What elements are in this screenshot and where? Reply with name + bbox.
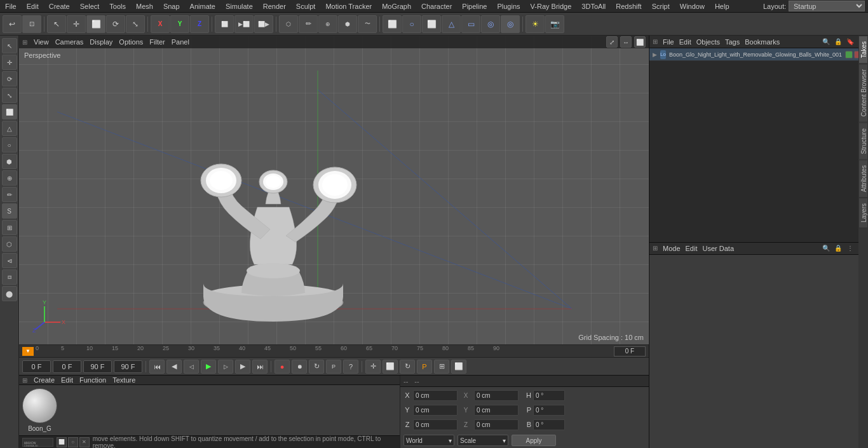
status-icon-2[interactable]: ○ [68, 437, 78, 447]
menu-snap[interactable]: Snap [158, 1, 185, 11]
viewport-options-menu[interactable]: Options [119, 38, 143, 46]
layout-dropdown[interactable]: Startup [789, 1, 865, 11]
disc-button[interactable]: ◎ [501, 15, 520, 33]
help-button[interactable]: ? [343, 360, 358, 374]
menu-select[interactable]: Select [75, 1, 105, 11]
sidebar-btn-5[interactable]: ⬜ [2, 104, 17, 119]
render-view-small-button[interactable]: ⬜ [451, 360, 466, 374]
menu-window[interactable]: Window [675, 1, 710, 11]
object-dot-green[interactable] [845, 51, 853, 58]
viewport-icon-camera[interactable]: ↔ [620, 36, 632, 48]
sidebar-btn-6[interactable]: △ [2, 121, 17, 136]
attrs-userdata-menu[interactable]: User Data [703, 245, 735, 252]
viewport-display-menu[interactable]: Display [90, 38, 112, 46]
grid-view-button[interactable]: ⊞ [434, 360, 449, 374]
sidebar-btn-9[interactable]: ⊕ [2, 170, 17, 186]
paint-tool-button[interactable]: ⊕ [318, 15, 337, 33]
vtab-structure[interactable]: Structure [858, 123, 868, 160]
attrs-mode-menu[interactable]: Mode [663, 245, 681, 252]
sidebar-btn-16[interactable]: ⬤ [2, 286, 17, 301]
vtab-takes[interactable]: Takes [858, 36, 868, 64]
y-value-1[interactable] [413, 405, 458, 416]
menu-render[interactable]: Render [258, 1, 291, 11]
x-value-2[interactable] [474, 390, 519, 401]
obj-edit-menu[interactable]: Edit [679, 38, 691, 46]
next-frame-button[interactable]: ▶ [235, 360, 250, 374]
z-value-2[interactable] [474, 419, 519, 430]
vtab-content-browser[interactable]: Content Browser [858, 64, 868, 122]
menu-redshift[interactable]: Redshift [611, 1, 646, 11]
attrs-edit-menu[interactable]: Edit [686, 245, 698, 252]
render-view-button[interactable]: ▶⬜ [234, 15, 254, 33]
select-tool-button[interactable]: ↖ [47, 15, 66, 33]
object-item-main[interactable]: ▶ Lo Boon_Glo_Night_Light_with_Removable… [649, 48, 858, 61]
obj-file-menu[interactable]: File [663, 38, 674, 46]
menu-plugins[interactable]: Plugins [492, 1, 525, 11]
obj-tags-menu[interactable]: Tags [725, 38, 740, 46]
camera-button[interactable]: 📷 [545, 15, 564, 33]
y-value-2[interactable] [474, 405, 519, 416]
sidebar-btn-11[interactable]: S [2, 203, 17, 219]
sidebar-btn-13[interactable]: ⬡ [2, 236, 17, 252]
sidebar-btn-10[interactable]: ✏ [2, 187, 17, 202]
sidebar-btn-3[interactable]: ⟳ [2, 71, 17, 86]
mat-function-menu[interactable]: Function [79, 376, 106, 384]
cone-button[interactable]: △ [442, 15, 461, 33]
light-button[interactable]: ☀ [526, 15, 545, 33]
menu-simulate[interactable]: Simulate [220, 1, 258, 11]
menu-vray[interactable]: V-Ray Bridge [526, 1, 577, 11]
viewport-view-menu[interactable]: View [34, 38, 49, 46]
mat-texture-menu[interactable]: Texture [112, 376, 135, 384]
record-button[interactable]: ● [275, 360, 290, 374]
h-value[interactable] [533, 390, 565, 401]
menu-sculpt[interactable]: Sculpt [291, 1, 321, 11]
undo-button[interactable]: ↩ [3, 15, 22, 33]
menu-help[interactable]: Help [710, 1, 735, 11]
viewport[interactable]: ⊞ View Cameras Display Options Filter Pa… [19, 36, 649, 344]
sphere-button[interactable]: ○ [402, 15, 421, 33]
vtab-layers[interactable]: Layers [858, 198, 868, 228]
vtab-attributes[interactable]: Attributes [858, 160, 868, 198]
goto-end-button[interactable]: ⏭ [252, 360, 268, 374]
object-axis-button[interactable]: ⬡ [279, 15, 298, 33]
object-dot-red[interactable] [854, 51, 858, 58]
start-frame-input[interactable] [22, 360, 51, 373]
menu-motion-tracker[interactable]: Motion Tracker [320, 1, 377, 11]
loop-button[interactable]: ↻ [309, 360, 324, 374]
cylinder-button[interactable]: ⬜ [422, 15, 441, 33]
torus-button[interactable]: ◎ [481, 15, 500, 33]
attrs-search-icon[interactable]: 🔍 [821, 243, 831, 254]
status-icon-1[interactable]: ⬜ [57, 437, 67, 447]
status-icon-3[interactable]: ✕ [79, 437, 90, 447]
transform-tool-button[interactable]: ⤡ [126, 15, 145, 33]
obj-lock-icon[interactable]: 🔒 [833, 37, 843, 47]
start-frame-input2[interactable] [53, 360, 81, 373]
menu-character[interactable]: Character [416, 1, 457, 11]
attrs-options-icon[interactable]: ⋮ [845, 243, 855, 254]
select-all-button[interactable]: ⬢ [338, 15, 357, 33]
menu-file[interactable]: File [0, 1, 22, 11]
x-value-1[interactable] [413, 390, 458, 401]
sidebar-btn-1[interactable]: ↖ [2, 38, 17, 53]
menu-tools[interactable]: Tools [104, 1, 131, 11]
redo-button[interactable]: ⊡ [22, 15, 41, 33]
play-button[interactable]: ▶ [201, 360, 216, 374]
sidebar-btn-7[interactable]: ○ [2, 137, 17, 153]
end-frame-input[interactable] [83, 360, 112, 373]
x-axis-button[interactable]: X [151, 15, 170, 33]
next-key-button[interactable]: ▷ [218, 360, 233, 374]
mat-create-menu[interactable]: Create [34, 376, 55, 384]
sidebar-btn-14[interactable]: ⊲ [2, 253, 17, 268]
sidebar-btn-15[interactable]: ⧈ [2, 269, 17, 285]
animate-button[interactable]: ↻ [400, 360, 415, 374]
apply-button[interactable]: Apply [512, 435, 556, 446]
move-playback-button[interactable]: ✛ [365, 360, 381, 374]
play-options-button[interactable]: P [326, 360, 341, 374]
obj-bookmarks-menu[interactable]: Bookmarks [745, 38, 780, 46]
viewport-cameras-menu[interactable]: Cameras [55, 38, 84, 46]
prev-frame-button[interactable]: ◀ [166, 360, 182, 374]
viewport-filter-menu[interactable]: Filter [149, 38, 165, 46]
spline-tool-button[interactable]: ✏ [299, 15, 318, 33]
end-frame-input2[interactable] [114, 360, 142, 373]
frame-select-button[interactable]: ⬜ [383, 360, 398, 374]
